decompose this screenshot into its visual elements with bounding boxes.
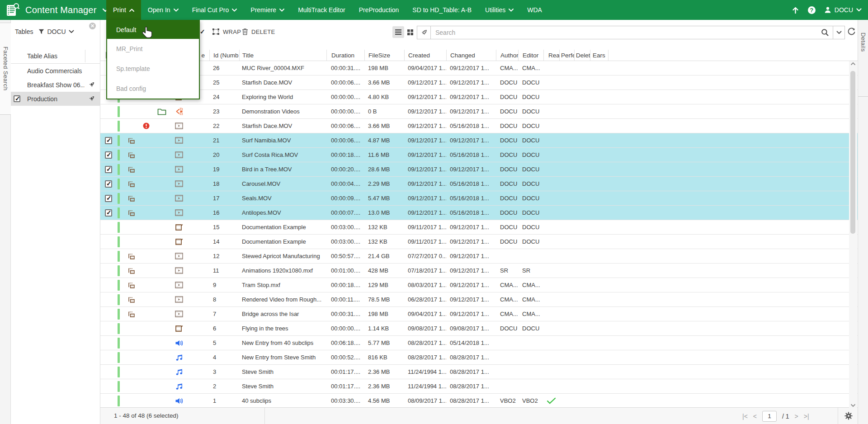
menu-sd-to-hd-table-a-b[interactable]: SD to HD_Table: A-B xyxy=(406,0,478,20)
table-row[interactable]: 25Starfish Dace.MOV00:00:06....3.66 MB09… xyxy=(100,75,858,90)
table-row[interactable]: 140 subclips00:03:30....4.56 MB08/09/201… xyxy=(100,394,858,407)
menu-utilities[interactable]: Utilities xyxy=(478,0,520,20)
scrollbar-thumb[interactable] xyxy=(850,71,855,234)
table-row[interactable]: 19Bird in a Tree.MOV00:00:20....28.6 MB0… xyxy=(100,162,858,177)
row-error-cell xyxy=(140,292,152,306)
table-row[interactable]: 6Flying in the trees00:00:00....1.14 KB0… xyxy=(100,321,858,336)
table-row[interactable]: 8Rendered Video from Rough...00:00:11...… xyxy=(100,292,858,307)
vertical-scrollbar[interactable] xyxy=(849,61,857,408)
row-spacer-cell xyxy=(186,177,209,191)
table-row[interactable]: 23Demonstration Videos00:00:00....0 B09/… xyxy=(100,104,858,119)
print-menu-item-default[interactable]: Default xyxy=(107,21,199,39)
table-row[interactable]: 11Animations 1920x1080.mxf00:01:00....42… xyxy=(100,264,858,278)
row-checkbox[interactable] xyxy=(105,166,112,173)
sidebar-column-header[interactable]: Table Alias xyxy=(27,52,57,60)
menu-multitrack-editor[interactable]: MultiTrack Editor xyxy=(291,0,352,20)
menu-final-cut-pro[interactable]: Final Cut Pro xyxy=(185,0,244,20)
faceted-search-tab-label: Faceted Search xyxy=(2,47,9,90)
wrap-button[interactable]: WRAP xyxy=(212,28,241,35)
row-checkbox[interactable] xyxy=(105,180,112,188)
table-row[interactable]: 21Surf Namibia.MOV00:00:06....4.87 MB09/… xyxy=(100,133,858,148)
table-row[interactable]: 9Tram Stop.mxf00:00:18....129 MB08/03/20… xyxy=(100,278,858,292)
column-header-author[interactable]: Author xyxy=(496,50,518,61)
cell-ears xyxy=(590,162,608,176)
first-page-icon[interactable]: |< xyxy=(742,413,748,420)
row-checkbox[interactable] xyxy=(105,137,112,144)
print-menu-item-mr-print[interactable]: MR_Print xyxy=(107,39,199,59)
user-menu[interactable]: DOCU xyxy=(824,6,862,14)
settings-gear-icon[interactable] xyxy=(844,411,853,420)
table-row[interactable]: 17Seals.MOV00:00:09....5.47 MB09/12/2017… xyxy=(100,191,858,206)
scroll-up-icon[interactable] xyxy=(850,62,856,66)
column-header-title[interactable]: Title xyxy=(239,50,326,61)
menu-wda[interactable]: WDA xyxy=(520,0,549,20)
cell-read xyxy=(543,350,559,364)
menu-premiere[interactable]: Premiere xyxy=(244,0,291,20)
menu-print[interactable]: Print xyxy=(106,0,141,20)
details-tab[interactable]: Details xyxy=(858,20,868,97)
search-rocket-icon[interactable] xyxy=(417,26,431,39)
delete-button[interactable]: DELETE xyxy=(242,28,275,35)
search-icon[interactable] xyxy=(817,28,833,37)
sidebar-row-checkbox[interactable] xyxy=(14,95,20,102)
table-row[interactable]: 7Bridge across the Isar00:00:31....198 M… xyxy=(100,307,858,321)
list-view-toggle[interactable] xyxy=(392,26,404,38)
column-header-filesize[interactable]: FileSize xyxy=(364,50,404,61)
table-row[interactable]: 22Starfish Dace.MOV00:00:06....3.66 MB09… xyxy=(100,119,858,133)
sidebar-item-audio-commercials[interactable]: Audio Commercials xyxy=(11,64,100,78)
row-checkbox[interactable] xyxy=(105,209,112,217)
refresh-icon[interactable] xyxy=(847,28,856,36)
table-row[interactable]: 12Stewed Apricot Manufacturing00:50:57..… xyxy=(100,249,858,264)
table-row[interactable]: 5New Entry from 40 subclips00:06:18....5… xyxy=(100,336,858,350)
table-row[interactable]: 16Antilopes.MOV00:00:07....13.0 MB09/12/… xyxy=(100,206,858,220)
print-menu-item-sp-template[interactable]: Sp.template xyxy=(107,59,199,79)
menu-preproduction[interactable]: PreProduction xyxy=(352,0,406,20)
sidebar-close-icon[interactable]: ✕ xyxy=(89,23,96,29)
search-input[interactable] xyxy=(431,29,817,36)
row-spacer-cell xyxy=(186,206,209,220)
cell-changed: 09/12/2017 1... xyxy=(446,292,496,306)
print-menu-item-bad-config[interactable]: Bad config xyxy=(107,79,199,99)
sidebar-filter-chevron-down-icon[interactable] xyxy=(69,30,74,33)
column-header-editor[interactable]: Editor xyxy=(518,50,543,61)
table-row[interactable]: 15Documentation Example00:03:00....132 K… xyxy=(100,220,858,235)
toolbar-check-icon[interactable]: ✓ xyxy=(200,28,205,35)
table-row[interactable]: 18Carousel.MOV00:00:04....2.29 MB09/12/2… xyxy=(100,177,858,191)
column-header-created[interactable]: Created xyxy=(404,50,446,61)
column-header-perfe[interactable]: Perfe xyxy=(559,50,574,61)
row-error-cell xyxy=(140,249,152,263)
cell-title: Seals.MOV xyxy=(239,191,326,205)
table-row[interactable]: 3Steve Smith00:01:17....2.36 MB11/24/199… xyxy=(100,365,858,379)
grid-view-toggle[interactable] xyxy=(404,26,416,38)
last-page-icon[interactable]: >| xyxy=(804,413,809,420)
table-row[interactable]: 26MUC River_00004.MXF00:00:31....198 MB0… xyxy=(100,61,858,75)
scroll-down-icon[interactable] xyxy=(850,404,856,407)
upload-arrow-icon[interactable] xyxy=(792,6,799,14)
previous-page-icon[interactable]: < xyxy=(753,413,757,420)
filter-funnel-icon[interactable] xyxy=(38,29,44,34)
cell-spacer xyxy=(608,278,858,292)
sidebar-filter-value[interactable]: DOCU xyxy=(47,28,66,35)
row-checkbox[interactable] xyxy=(105,195,112,202)
column-header-changed[interactable]: Changed xyxy=(446,50,496,61)
next-page-icon[interactable]: > xyxy=(795,413,798,420)
menu-open-in[interactable]: Open In xyxy=(141,0,185,20)
table-row[interactable]: 24Exploring the World00:00:00....4.80 KB… xyxy=(100,90,858,104)
faceted-search-tab[interactable]: Faceted Search xyxy=(0,23,11,115)
app-brand[interactable]: Content Manager xyxy=(0,0,106,20)
table-row[interactable]: 4New Entry from Steve Smith00:00:52....8… xyxy=(100,350,858,365)
column-header-id[interactable]: Id (Numb xyxy=(209,50,239,61)
column-header-duration[interactable]: Duration xyxy=(326,50,364,61)
table-row[interactable]: 20Surf Costa Rica.MOV00:00:18....11.6 MB… xyxy=(100,148,858,162)
sidebar-item-breakfast-show-06-[interactable]: Breakfast Show 06... xyxy=(11,78,100,92)
column-header-ears[interactable]: Ears xyxy=(590,50,608,61)
row-checkbox[interactable] xyxy=(105,151,112,159)
search-options-chevron-down-icon[interactable] xyxy=(833,26,844,39)
table-row[interactable]: 2Steve Smith00:01:17....2.36 MB11/24/199… xyxy=(100,379,858,394)
table-row[interactable]: 14Documentation Example00:03:00....132 K… xyxy=(100,235,858,249)
column-header-read[interactable]: Read xyxy=(543,50,559,61)
column-header-delet[interactable]: Delet xyxy=(574,50,590,61)
sidebar-item-production[interactable]: Production xyxy=(11,92,100,106)
help-icon[interactable]: ? xyxy=(808,6,816,14)
page-number-input[interactable]: 1 xyxy=(762,411,777,422)
